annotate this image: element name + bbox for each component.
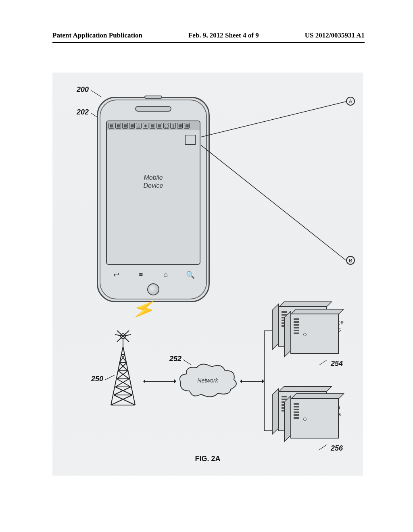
figure-caption: FIG. 2A (52, 455, 363, 463)
back-icon: ↩ (110, 270, 122, 279)
network-cloud-icon: Network (177, 363, 238, 399)
arrow-network-servers (240, 381, 264, 382)
svg-line-24 (115, 379, 129, 387)
status-icon: ▦ (184, 123, 190, 129)
svg-line-21 (118, 371, 129, 379)
server-box-icon (290, 314, 339, 354)
antenna-tower-icon (105, 330, 141, 407)
leader-254 (319, 360, 327, 365)
svg-line-7 (117, 336, 123, 342)
status-icon: ◯ (163, 123, 169, 129)
svg-line-28 (111, 395, 132, 405)
ref-252: 252 (169, 355, 181, 363)
ref-202: 202 (77, 108, 89, 116)
callout-region (185, 135, 196, 145)
status-bar: ▦ ▦ ▦ ▦ △ ◈ ▦ ▦ ◯ ∥ ▦ ▦ (107, 121, 200, 130)
header-left: Patent Application Publication (52, 31, 142, 39)
server-box-icon (290, 398, 339, 438)
svg-line-27 (114, 395, 135, 405)
connector-vertical (264, 330, 265, 431)
status-icon: ▦ (115, 123, 121, 129)
leader-200 (91, 90, 101, 97)
svg-line-26 (114, 387, 131, 395)
ref-200: 200 (77, 85, 89, 94)
patent-page: Patent Application Publication Feb. 9, 2… (0, 0, 413, 532)
ref-250: 250 (91, 375, 103, 383)
marker-b: B (346, 256, 355, 265)
status-icon: ▦ (122, 123, 128, 129)
ref-256: 256 (331, 444, 343, 453)
leader-256 (319, 445, 327, 450)
status-icon: ▦ (150, 123, 155, 129)
network-label: Network (177, 377, 238, 384)
status-icon: ▦ (156, 123, 162, 129)
svg-line-1 (201, 145, 346, 260)
server-group-mobile-device: Mobile Device Server Sys (270, 306, 355, 355)
search-icon: 🔍 (184, 270, 196, 279)
home-icon: ⌂ (160, 270, 172, 279)
mobile-device: ▦ ▦ ▦ ▦ △ ◈ ▦ ▦ ◯ ∥ ▦ ▦ Mobile Device (97, 97, 210, 302)
status-icon: ∥ (170, 123, 176, 129)
status-icon: ▦ (177, 123, 183, 129)
ref-254: 254 (331, 360, 343, 368)
status-icon: ◈ (143, 123, 148, 129)
svg-line-25 (115, 387, 132, 395)
svg-line-23 (117, 379, 131, 387)
header-right: US 2012/0035931 A1 (305, 31, 365, 39)
screen-label: Mobile Device (107, 174, 200, 190)
screen-label-line2: Device (144, 182, 163, 189)
menu-icon: ≡ (135, 270, 147, 279)
server-group-information: Information Server Sys (270, 391, 355, 439)
figure-area: 200 202 ▦ ▦ ▦ ▦ △ ◈ ▦ ▦ ◯ ∥ (52, 73, 363, 476)
power-button-icon (144, 96, 162, 99)
arrow-tower-network (144, 381, 176, 382)
status-icon: ▦ (129, 123, 135, 129)
page-header: Patent Application Publication Feb. 9, 2… (52, 31, 365, 43)
home-button-icon (147, 283, 159, 295)
earpiece-icon (135, 106, 171, 112)
svg-line-0 (201, 102, 346, 137)
header-center: Feb. 9, 2012 Sheet 4 of 9 (188, 31, 259, 39)
phone-screen: ▦ ▦ ▦ ▦ △ ◈ ▦ ▦ ◯ ∥ ▦ ▦ Mobile Device (106, 121, 200, 265)
svg-line-22 (117, 371, 128, 379)
marker-a: A (346, 97, 355, 106)
softkey-row: ↩ ≡ ⌂ 🔍 (110, 270, 196, 279)
screen-label-line1: Mobile (144, 174, 163, 181)
svg-line-8 (123, 336, 129, 342)
status-icon: ▦ (108, 123, 114, 129)
status-icon: △ (136, 123, 142, 129)
